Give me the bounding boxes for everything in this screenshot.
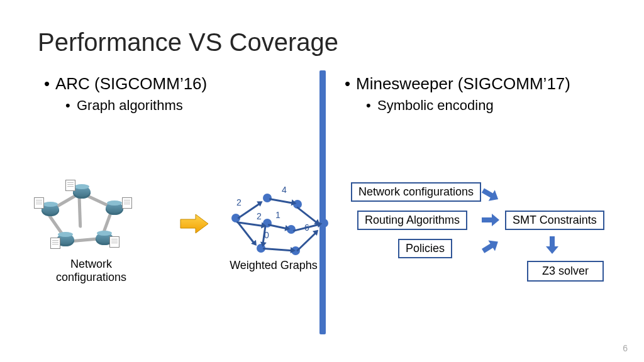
caption-weighted-graphs: Weighted Graphs: [223, 259, 324, 272]
edge-weight: 0: [264, 230, 269, 240]
weighted-graph-icon: 2 4 2 1 0 6: [219, 189, 338, 270]
flow-arrow-icon: [482, 215, 499, 225]
right-diagram: Network configurations Routing Algorithm…: [345, 182, 628, 302]
right-column: •Minesweeper (SIGCOMM’17) •Symbolic enco…: [345, 74, 621, 114]
box-z3-solver: Z3 solver: [527, 261, 604, 282]
right-sub: •Symbolic encoding: [366, 97, 621, 114]
left-heading-text: ARC (SIGCOMM’16): [55, 74, 207, 93]
config-file-icon: [50, 238, 60, 249]
page-number: 6: [623, 343, 628, 353]
right-heading: •Minesweeper (SIGCOMM’17): [345, 74, 621, 94]
router-icon: [73, 186, 91, 199]
box-routing-algorithms: Routing Algorithms: [357, 211, 467, 230]
box-smt-constraints: SMT Constraints: [505, 211, 604, 230]
config-file-icon: [122, 197, 132, 209]
edge-weight: 2: [236, 197, 242, 207]
config-file-icon: [34, 197, 44, 209]
edge-weight: 4: [282, 185, 287, 195]
edge-weight: 1: [275, 210, 280, 220]
left-diagram: Network configurations 2 4 2: [38, 189, 308, 295]
flow-arrow-icon: [480, 186, 501, 204]
left-column: •ARC (SIGCOMM’16) •Graph algorithms: [44, 74, 308, 114]
left-sub: •Graph algorithms: [65, 97, 308, 114]
router-icon: [42, 204, 59, 216]
slide-title: Performance VS Coverage: [38, 28, 338, 57]
left-heading: •ARC (SIGCOMM’16): [44, 74, 308, 94]
network-topology-icon: [38, 189, 135, 264]
left-sub-text: Graph algorithms: [77, 97, 183, 113]
edge-weight: 6: [304, 222, 309, 233]
caption-network-config: Network configurations: [50, 258, 132, 284]
svg-marker-0: [180, 214, 208, 233]
right-sub-text: Symbolic encoding: [377, 97, 494, 113]
edge-weight: 2: [257, 211, 262, 221]
flow-arrow-icon: [480, 238, 501, 255]
transform-arrow-icon: [179, 212, 211, 235]
flow-arrow-icon: [547, 236, 557, 254]
right-heading-text: Minesweeper (SIGCOMM’17): [356, 74, 570, 93]
config-file-icon: [65, 180, 75, 191]
config-file-icon: [109, 236, 119, 248]
router-icon: [106, 202, 123, 215]
box-policies: Policies: [398, 239, 452, 258]
box-network-configurations: Network configurations: [351, 182, 481, 202]
